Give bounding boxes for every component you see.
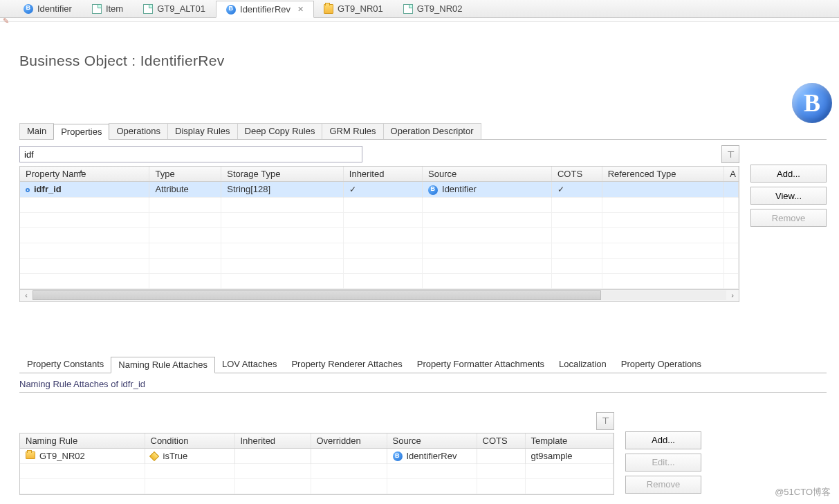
table-row [20, 273, 739, 288]
col-type[interactable]: Type [149, 167, 221, 182]
filter-icon: ⊤ [602, 416, 609, 426]
table-row[interactable]: GT9_NR02 isTrue IdentifierRev gt9sample [20, 448, 614, 464]
check-icon [349, 184, 356, 194]
col-naming-rule[interactable]: Naming Rule [20, 433, 145, 449]
b-icon [393, 451, 403, 461]
watermark: @51CTO博客 [775, 486, 831, 498]
scroll-left-button[interactable]: ‹ [20, 291, 33, 299]
tab-label: GT9_NR01 [338, 3, 383, 14]
tab-label: Identifier [37, 3, 72, 14]
table-row [20, 212, 739, 227]
col-source[interactable]: Source [387, 433, 477, 449]
add-button[interactable]: Add... [625, 431, 701, 449]
tab-property-operations[interactable]: Property Operations [614, 356, 709, 373]
col-property-name[interactable]: Property Name▴ [20, 167, 149, 182]
folder-icon [324, 4, 333, 14]
document-icon [403, 4, 413, 14]
col-condition[interactable]: Condition [145, 433, 234, 449]
col-inherited[interactable]: Inherited [234, 433, 311, 449]
cell-storage: String[128] [221, 182, 344, 198]
tab-main[interactable]: Main [19, 123, 54, 139]
wand-icon: ✎ [3, 17, 9, 26]
cell-source: IdentifierRev [407, 451, 457, 461]
cell-type: Attribute [149, 182, 221, 198]
page-title: Business Object : IdentifierRev [19, 53, 827, 69]
b-icon [226, 5, 236, 15]
condition-icon [149, 451, 158, 461]
remove-button[interactable]: Remove [625, 476, 701, 494]
tab-operation-descriptor[interactable]: Operation Descriptor [383, 123, 481, 139]
tab-properties[interactable]: Properties [53, 124, 109, 140]
naming-rule-table: Naming Rule Condition Inherited Overridd… [19, 433, 614, 496]
cell-cots [477, 448, 525, 464]
tab-label: GT9_ALT01 [157, 3, 205, 14]
object-type-badge-icon: B [792, 83, 832, 123]
tab-grm-rules[interactable]: GRM Rules [322, 123, 383, 139]
tab-property-formatter-attachments[interactable]: Property Formatter Attachments [409, 356, 552, 373]
cell-ref [602, 182, 724, 198]
close-icon[interactable]: ✕ [297, 5, 304, 14]
folder-icon [26, 451, 35, 459]
table-row [20, 197, 739, 212]
col-cots[interactable]: COTS [551, 167, 602, 182]
document-icon [143, 4, 153, 14]
col-source[interactable]: Source [423, 167, 552, 182]
tool-strip: ✎ [0, 18, 839, 22]
tab-property-renderer-attaches[interactable]: Property Renderer Attaches [284, 356, 409, 373]
col-cots[interactable]: COTS [477, 433, 525, 449]
tab-localization[interactable]: Localization [551, 356, 614, 373]
object-tabs: Main Properties Operations Display Rules… [19, 123, 827, 140]
horizontal-scrollbar[interactable]: ‹ › [19, 290, 739, 302]
cell-overridden [311, 448, 387, 464]
editor-tabs: Identifier Item GT9_ALT01 IdentifierRev✕… [0, 0, 839, 18]
b-icon [24, 4, 33, 14]
properties-table: Property Name▴ Type Storage Type Inherit… [19, 166, 739, 290]
tab-item[interactable]: Item [82, 0, 133, 17]
filter-button[interactable]: ⊤ [596, 412, 614, 430]
col-extra[interactable]: A [724, 167, 739, 182]
tab-identifier[interactable]: Identifier [14, 0, 82, 17]
col-referenced-type[interactable]: Referenced Type [602, 167, 724, 182]
scroll-thumb[interactable] [33, 290, 601, 300]
tab-gt9-nr02[interactable]: GT9_NR02 [394, 0, 473, 17]
col-inherited[interactable]: Inherited [343, 167, 422, 182]
tab-gt9-alt01[interactable]: GT9_ALT01 [133, 0, 216, 17]
tab-label: Item [106, 3, 123, 14]
scroll-track[interactable] [33, 290, 726, 300]
property-filter-input[interactable] [19, 146, 362, 162]
property-actions: Add... View... Remove [750, 165, 827, 227]
filter-icon: ⊤ [727, 149, 735, 160]
tab-identifierrev[interactable]: IdentifierRev✕ [216, 1, 314, 18]
filter-button[interactable]: ⊤ [721, 145, 739, 163]
property-icon [26, 188, 30, 192]
rule-actions: Add... Edit... Remove [625, 431, 701, 494]
add-button[interactable]: Add... [750, 165, 827, 183]
table-row[interactable]: idfr_id Attribute String[128] Identifier [20, 182, 739, 198]
edit-button[interactable]: Edit... [625, 454, 701, 472]
tab-deep-copy-rules[interactable]: Deep Copy Rules [237, 123, 323, 139]
cell-inherited [234, 448, 311, 464]
tab-label: GT9_NR02 [417, 3, 463, 14]
property-sub-tabs: Property Constants Naming Rule Attaches … [19, 356, 827, 373]
cell-source: Identifier [442, 184, 477, 194]
tab-gt9-nr01[interactable]: GT9_NR01 [314, 0, 394, 17]
col-overridden[interactable]: Overridden [311, 433, 387, 449]
remove-button[interactable]: Remove [750, 209, 827, 227]
scroll-right-button[interactable]: › [726, 291, 739, 299]
col-template[interactable]: Template [525, 433, 614, 449]
tab-operations[interactable]: Operations [109, 123, 168, 139]
table-row [20, 243, 739, 258]
section-title: Naming Rule Attaches of idfr_id [19, 379, 827, 393]
col-storage-type[interactable]: Storage Type [221, 167, 344, 182]
view-button[interactable]: View... [750, 187, 827, 205]
cell-condition: isTrue [163, 451, 188, 461]
tab-display-rules[interactable]: Display Rules [167, 123, 237, 139]
cell-template: gt9sample [525, 448, 614, 464]
tab-lov-attaches[interactable]: LOV Attaches [214, 356, 285, 373]
check-icon [557, 184, 564, 194]
cell-rule: GT9_NR02 [39, 451, 85, 461]
tab-property-constants[interactable]: Property Constants [19, 356, 111, 373]
cell-property-name: idfr_id [34, 184, 62, 194]
tab-naming-rule-attaches[interactable]: Naming Rule Attaches [111, 357, 215, 373]
table-row [20, 258, 739, 273]
